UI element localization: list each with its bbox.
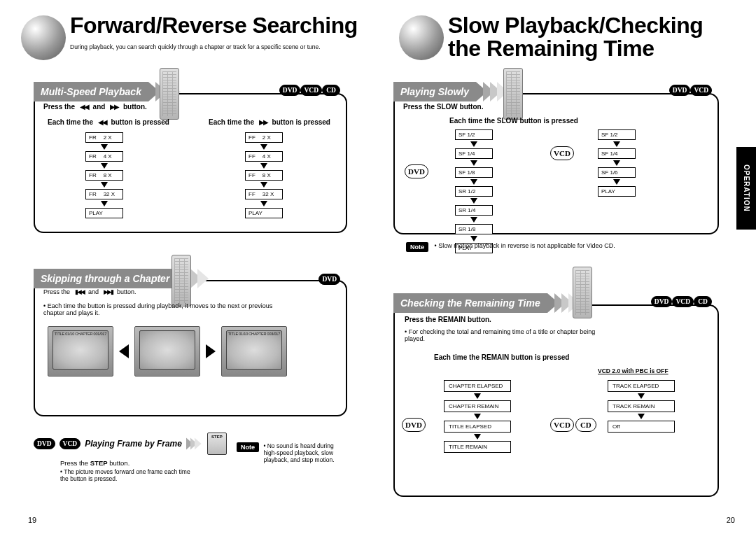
- forward-icon: [259, 118, 267, 126]
- slow-step: SF 1/2: [455, 129, 493, 140]
- multi-speed-box: Multi-Speed Playback DVD VCD CD Press th…: [34, 93, 347, 233]
- note-text: No sound is heard during high-speed play…: [263, 442, 334, 463]
- slow-step: PLAY: [598, 186, 636, 197]
- dvd-badge: DVD: [279, 85, 301, 96]
- col-ff-title: Each time the: [209, 118, 256, 126]
- note-label: Note: [406, 242, 428, 252]
- remain-box: Checking the Remaining Time DVD VCD CD P…: [393, 304, 719, 497]
- press-remain: Press the REMAIN button.: [405, 316, 491, 323]
- tv-screen: TITLE 01/10 CHAPTER 003/017: [221, 326, 287, 377]
- remain-step: CHAPTER REMAIN: [444, 400, 511, 412]
- speed-step: FF4 X: [245, 151, 283, 162]
- note-label: Note: [237, 442, 259, 452]
- vcd-badge: VCD: [59, 438, 81, 449]
- press-label: Press the: [43, 103, 77, 111]
- press-slow: Press the SLOW button.: [403, 103, 483, 111]
- sphere-bullet: [399, 15, 444, 60]
- dvd-badge: DVD: [669, 85, 691, 96]
- slow-step: SF 1/4: [598, 148, 636, 159]
- section-heading: Checking the Remaining Time: [393, 293, 547, 313]
- remain-step: TITLE ELAPSED: [444, 421, 511, 433]
- speed-step: FR32 X: [85, 189, 123, 199]
- each-slow: Each time the SLOW button is pressed: [449, 117, 578, 125]
- speed-step: FF8 X: [245, 170, 283, 181]
- skip-chapter-box: Skipping through a Chapter DVD Press the…: [34, 280, 347, 416]
- remote-icon: [573, 267, 592, 318]
- each-remain: Each time the REMAIN button is pressed: [434, 353, 569, 361]
- rewind-icon: [80, 103, 88, 111]
- dvd-badge-big: DVD: [402, 418, 426, 432]
- intro-text: During playback, you can search quickly …: [70, 43, 322, 50]
- cd-badge: CD: [694, 296, 712, 307]
- slow-step: SR 1/2: [455, 186, 493, 197]
- slow-step: SR 1/8: [455, 224, 493, 234]
- speed-step: FR2 X: [85, 132, 123, 143]
- remain-step: Off: [608, 421, 675, 433]
- remote-icon: [160, 68, 179, 120]
- dvd-badge: DVD: [318, 274, 340, 285]
- frame-heading: Playing Frame by Frame: [85, 439, 182, 449]
- osd-text: TITLE 01/10 CHAPTER 003/017: [222, 332, 286, 336]
- vcd-badge: VCD: [690, 85, 712, 96]
- osd-text: TITLE 01/10 CHAPTER 001/017: [48, 332, 113, 336]
- speed-step: FF2 X: [245, 132, 283, 143]
- section-heading: Playing Slowly: [393, 82, 476, 101]
- remote-icon: [503, 68, 523, 120]
- side-tab: OPERATION: [736, 147, 756, 230]
- slow-play-box: Playing Slowly DVD VCD Press the SLOW bu…: [393, 93, 719, 234]
- vcd-badge: VCD: [672, 296, 694, 307]
- rewind-icon: [98, 118, 106, 126]
- dvd-badge: DVD: [34, 438, 55, 449]
- forward-icon: [110, 103, 118, 111]
- slow-step: SF 1/8: [455, 167, 493, 178]
- speed-step: FR4 X: [85, 151, 123, 162]
- vcd-badge: VCD: [300, 85, 322, 96]
- next-icon: [104, 288, 113, 295]
- remain-step: TRACK ELAPSED: [608, 380, 675, 392]
- next-arrow-icon: [206, 344, 216, 358]
- vcd-badge-big: VCD: [550, 418, 574, 432]
- slow-step: SF 1/6: [598, 167, 636, 178]
- prev-icon: [75, 288, 84, 295]
- col-rr-title: Each time the: [48, 118, 95, 126]
- speed-step: PLAY: [245, 208, 283, 218]
- page-title-left: Forward/Reverse Searching: [70, 14, 358, 37]
- speed-step: FR8 X: [85, 170, 123, 181]
- page-title-right: Slow Playback/Checkingthe Remaining Time: [448, 14, 703, 59]
- vcd-pbc-header: VCD 2.0 with PBC is OFF: [598, 367, 668, 374]
- speed-step: FF32 X: [245, 189, 283, 199]
- remain-step: TRACK REMAIN: [608, 400, 675, 412]
- dvd-badge: DVD: [651, 296, 673, 307]
- remote-icon: [172, 255, 191, 307]
- slow-step: SR 1/4: [455, 205, 493, 216]
- page-number: 20: [727, 516, 735, 524]
- skip-bullet: Each time the button is pressed during p…: [43, 302, 272, 316]
- slow-step: SF 1/2: [598, 129, 636, 140]
- frame-bullet: The picture moves forward one frame each…: [60, 468, 190, 482]
- speed-step: PLAY: [85, 208, 123, 218]
- vcd-badge-big: VCD: [550, 146, 574, 160]
- section-heading: Multi-Speed Playback: [34, 82, 148, 101]
- tv-screen: TITLE 01/10 CHAPTER 001/017: [48, 326, 113, 377]
- dvd-badge-big: DVD: [405, 164, 428, 178]
- note-text: Slow motion playback in reverse is not a…: [438, 242, 615, 249]
- page-number: 19: [28, 516, 36, 524]
- step-button-icon: STEP: [207, 433, 227, 455]
- prev-arrow-icon: [119, 344, 129, 358]
- sphere-bullet: [21, 15, 66, 60]
- cd-badge-big: CD: [575, 418, 596, 432]
- slow-step: SF 1/4: [455, 148, 493, 159]
- tv-screen: [134, 326, 200, 377]
- section-heading: Skipping through a Chapter: [34, 269, 176, 288]
- cd-badge: CD: [322, 85, 340, 96]
- remain-bullet: For checking the total and remaining tim…: [405, 328, 595, 342]
- remain-step: TITLE REMAIN: [444, 441, 511, 453]
- remain-step: CHAPTER ELAPSED: [444, 380, 511, 392]
